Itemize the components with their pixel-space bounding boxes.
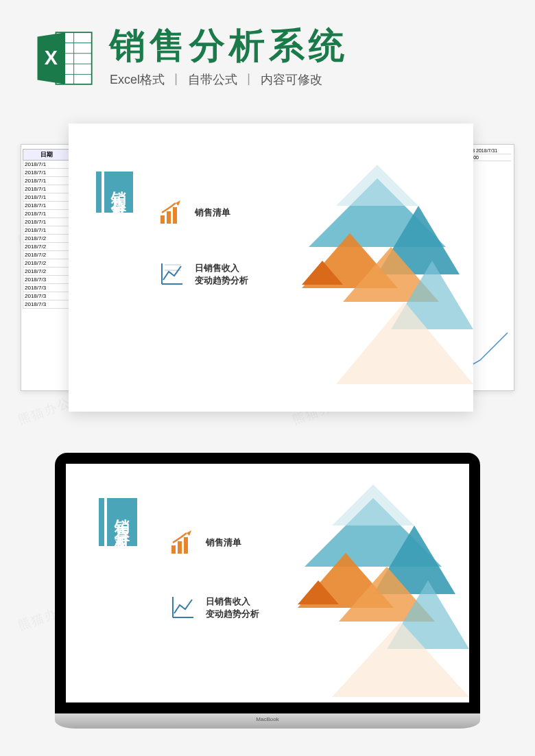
bar-chart-up-icon <box>158 199 185 226</box>
menu-label: 销售清单 <box>206 536 241 549</box>
accent-bar <box>96 172 102 213</box>
sub-editable: 内容可修改 <box>261 71 322 88</box>
col-date: 日期 <box>23 150 70 161</box>
vertical-title-block: 销售分析系统 <box>99 498 137 546</box>
svg-marker-23 <box>336 165 418 206</box>
vertical-title: 销售分析系统 <box>107 498 137 546</box>
svg-rect-8 <box>160 215 165 224</box>
laptop-mockup: 销售分析系统 销售清单 <box>55 453 480 729</box>
svg-marker-37 <box>332 484 414 525</box>
excel-icon: X <box>34 27 96 89</box>
svg-rect-26 <box>184 537 188 554</box>
menu-sales-list[interactable]: 销售清单 <box>169 529 259 556</box>
bar-chart-up-icon <box>169 529 196 556</box>
svg-rect-24 <box>171 545 176 554</box>
triangle-decoration <box>277 477 469 697</box>
menu-label: 销售清单 <box>195 206 230 219</box>
line-chart-icon <box>169 594 196 622</box>
laptop-screen: 销售分析系统 销售清单 <box>55 453 480 713</box>
svg-marker-11 <box>176 200 180 206</box>
main-title: 销售分析系统 <box>110 27 501 63</box>
vertical-title: 销售分析系统 <box>104 172 133 213</box>
triangle-decoration <box>281 151 473 384</box>
separator: 丨 <box>170 71 182 88</box>
laptop-base: MacBook <box>55 713 480 729</box>
svg-rect-25 <box>178 541 182 554</box>
svg-rect-10 <box>173 207 177 224</box>
svg-text:X: X <box>45 47 58 69</box>
menu-label: 日销售收入 变动趋势分析 <box>195 262 248 287</box>
sub-format: Excel格式 <box>110 71 165 88</box>
laptop-brand: MacBook <box>256 716 278 722</box>
vertical-title-block: 销售分析系统 <box>96 172 133 213</box>
menu-label: 日销售收入 变动趋势分析 <box>206 595 259 620</box>
separator: 丨 <box>243 71 255 88</box>
preview-area: 日期编 2018/7/1B-02018/7/1D-02018/7/1A-0201… <box>21 123 514 425</box>
sub-formula: 自带公式 <box>188 71 237 88</box>
subtitle: Excel格式 丨 自带公式 丨 内容可修改 <box>110 71 501 88</box>
svg-marker-27 <box>187 530 191 536</box>
menu-trend-analysis[interactable]: 日销售收入 变动趋势分析 <box>169 594 259 622</box>
header: X 销售分析系统 Excel格式 丨 自带公式 丨 内容可修改 <box>0 0 535 96</box>
menu-trend-analysis[interactable]: 日销售收入 变动趋势分析 <box>158 261 248 288</box>
svg-rect-9 <box>167 211 171 224</box>
menu-sales-list[interactable]: 销售清单 <box>158 199 248 226</box>
accent-bar <box>99 498 104 546</box>
line-chart-icon <box>158 261 185 288</box>
main-preview-card: 销售分析系统 销售清单 <box>69 123 473 412</box>
